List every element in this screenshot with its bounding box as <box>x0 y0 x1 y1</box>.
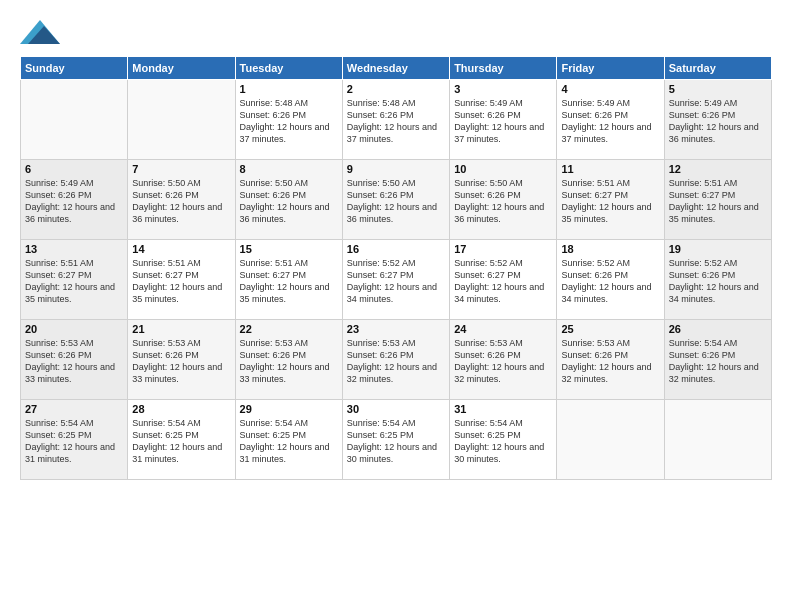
day-info: Sunrise: 5:49 AM Sunset: 6:26 PM Dayligh… <box>669 97 767 146</box>
calendar-cell: 3Sunrise: 5:49 AM Sunset: 6:26 PM Daylig… <box>450 80 557 160</box>
day-number: 25 <box>561 323 659 335</box>
calendar-cell: 27Sunrise: 5:54 AM Sunset: 6:25 PM Dayli… <box>21 400 128 480</box>
calendar-cell: 24Sunrise: 5:53 AM Sunset: 6:26 PM Dayli… <box>450 320 557 400</box>
day-info: Sunrise: 5:49 AM Sunset: 6:26 PM Dayligh… <box>561 97 659 146</box>
day-info: Sunrise: 5:52 AM Sunset: 6:26 PM Dayligh… <box>669 257 767 306</box>
day-number: 16 <box>347 243 445 255</box>
day-number: 14 <box>132 243 230 255</box>
calendar-cell: 25Sunrise: 5:53 AM Sunset: 6:26 PM Dayli… <box>557 320 664 400</box>
calendar-cell: 18Sunrise: 5:52 AM Sunset: 6:26 PM Dayli… <box>557 240 664 320</box>
calendar-cell: 31Sunrise: 5:54 AM Sunset: 6:25 PM Dayli… <box>450 400 557 480</box>
day-info: Sunrise: 5:52 AM Sunset: 6:26 PM Dayligh… <box>561 257 659 306</box>
calendar-cell: 14Sunrise: 5:51 AM Sunset: 6:27 PM Dayli… <box>128 240 235 320</box>
calendar-cell: 29Sunrise: 5:54 AM Sunset: 6:25 PM Dayli… <box>235 400 342 480</box>
calendar-week-row: 1Sunrise: 5:48 AM Sunset: 6:26 PM Daylig… <box>21 80 772 160</box>
calendar-week-row: 20Sunrise: 5:53 AM Sunset: 6:26 PM Dayli… <box>21 320 772 400</box>
calendar-cell: 11Sunrise: 5:51 AM Sunset: 6:27 PM Dayli… <box>557 160 664 240</box>
day-info: Sunrise: 5:49 AM Sunset: 6:26 PM Dayligh… <box>25 177 123 226</box>
day-info: Sunrise: 5:50 AM Sunset: 6:26 PM Dayligh… <box>454 177 552 226</box>
calendar-cell: 26Sunrise: 5:54 AM Sunset: 6:26 PM Dayli… <box>664 320 771 400</box>
calendar-header: SundayMondayTuesdayWednesdayThursdayFrid… <box>21 57 772 80</box>
calendar-cell: 22Sunrise: 5:53 AM Sunset: 6:26 PM Dayli… <box>235 320 342 400</box>
day-info: Sunrise: 5:51 AM Sunset: 6:27 PM Dayligh… <box>669 177 767 226</box>
header <box>20 16 772 46</box>
day-number: 8 <box>240 163 338 175</box>
day-number: 31 <box>454 403 552 415</box>
day-info: Sunrise: 5:54 AM Sunset: 6:26 PM Dayligh… <box>669 337 767 386</box>
logo <box>20 16 60 46</box>
day-info: Sunrise: 5:52 AM Sunset: 6:27 PM Dayligh… <box>454 257 552 306</box>
calendar-week-row: 13Sunrise: 5:51 AM Sunset: 6:27 PM Dayli… <box>21 240 772 320</box>
day-number: 22 <box>240 323 338 335</box>
day-number: 10 <box>454 163 552 175</box>
day-number: 20 <box>25 323 123 335</box>
day-number: 19 <box>669 243 767 255</box>
day-number: 23 <box>347 323 445 335</box>
day-number: 11 <box>561 163 659 175</box>
day-number: 6 <box>25 163 123 175</box>
day-number: 29 <box>240 403 338 415</box>
day-number: 9 <box>347 163 445 175</box>
day-number: 4 <box>561 83 659 95</box>
day-info: Sunrise: 5:51 AM Sunset: 6:27 PM Dayligh… <box>240 257 338 306</box>
calendar-cell: 12Sunrise: 5:51 AM Sunset: 6:27 PM Dayli… <box>664 160 771 240</box>
weekday-header-sunday: Sunday <box>21 57 128 80</box>
day-info: Sunrise: 5:54 AM Sunset: 6:25 PM Dayligh… <box>25 417 123 466</box>
day-info: Sunrise: 5:52 AM Sunset: 6:27 PM Dayligh… <box>347 257 445 306</box>
day-info: Sunrise: 5:48 AM Sunset: 6:26 PM Dayligh… <box>240 97 338 146</box>
weekday-header-thursday: Thursday <box>450 57 557 80</box>
calendar-cell: 1Sunrise: 5:48 AM Sunset: 6:26 PM Daylig… <box>235 80 342 160</box>
calendar-cell: 13Sunrise: 5:51 AM Sunset: 6:27 PM Dayli… <box>21 240 128 320</box>
day-info: Sunrise: 5:51 AM Sunset: 6:27 PM Dayligh… <box>132 257 230 306</box>
calendar-cell <box>128 80 235 160</box>
calendar-cell: 5Sunrise: 5:49 AM Sunset: 6:26 PM Daylig… <box>664 80 771 160</box>
day-number: 28 <box>132 403 230 415</box>
weekday-header-friday: Friday <box>557 57 664 80</box>
calendar-cell: 2Sunrise: 5:48 AM Sunset: 6:26 PM Daylig… <box>342 80 449 160</box>
calendar-body: 1Sunrise: 5:48 AM Sunset: 6:26 PM Daylig… <box>21 80 772 480</box>
day-number: 2 <box>347 83 445 95</box>
calendar-cell: 23Sunrise: 5:53 AM Sunset: 6:26 PM Dayli… <box>342 320 449 400</box>
calendar-cell: 4Sunrise: 5:49 AM Sunset: 6:26 PM Daylig… <box>557 80 664 160</box>
day-number: 15 <box>240 243 338 255</box>
weekday-header-saturday: Saturday <box>664 57 771 80</box>
calendar-cell <box>664 400 771 480</box>
day-info: Sunrise: 5:53 AM Sunset: 6:26 PM Dayligh… <box>240 337 338 386</box>
day-info: Sunrise: 5:53 AM Sunset: 6:26 PM Dayligh… <box>454 337 552 386</box>
day-number: 12 <box>669 163 767 175</box>
calendar-cell: 17Sunrise: 5:52 AM Sunset: 6:27 PM Dayli… <box>450 240 557 320</box>
day-info: Sunrise: 5:54 AM Sunset: 6:25 PM Dayligh… <box>347 417 445 466</box>
day-number: 30 <box>347 403 445 415</box>
day-info: Sunrise: 5:50 AM Sunset: 6:26 PM Dayligh… <box>240 177 338 226</box>
calendar-cell: 21Sunrise: 5:53 AM Sunset: 6:26 PM Dayli… <box>128 320 235 400</box>
day-info: Sunrise: 5:51 AM Sunset: 6:27 PM Dayligh… <box>561 177 659 226</box>
calendar-cell: 9Sunrise: 5:50 AM Sunset: 6:26 PM Daylig… <box>342 160 449 240</box>
calendar-week-row: 27Sunrise: 5:54 AM Sunset: 6:25 PM Dayli… <box>21 400 772 480</box>
calendar-cell: 7Sunrise: 5:50 AM Sunset: 6:26 PM Daylig… <box>128 160 235 240</box>
page: SundayMondayTuesdayWednesdayThursdayFrid… <box>0 0 792 612</box>
calendar-table: SundayMondayTuesdayWednesdayThursdayFrid… <box>20 56 772 480</box>
day-number: 7 <box>132 163 230 175</box>
day-info: Sunrise: 5:53 AM Sunset: 6:26 PM Dayligh… <box>25 337 123 386</box>
day-info: Sunrise: 5:51 AM Sunset: 6:27 PM Dayligh… <box>25 257 123 306</box>
calendar-cell: 16Sunrise: 5:52 AM Sunset: 6:27 PM Dayli… <box>342 240 449 320</box>
day-number: 24 <box>454 323 552 335</box>
day-number: 27 <box>25 403 123 415</box>
day-number: 18 <box>561 243 659 255</box>
day-info: Sunrise: 5:54 AM Sunset: 6:25 PM Dayligh… <box>132 417 230 466</box>
day-info: Sunrise: 5:49 AM Sunset: 6:26 PM Dayligh… <box>454 97 552 146</box>
day-number: 21 <box>132 323 230 335</box>
calendar-cell <box>557 400 664 480</box>
day-info: Sunrise: 5:50 AM Sunset: 6:26 PM Dayligh… <box>132 177 230 226</box>
weekday-header-wednesday: Wednesday <box>342 57 449 80</box>
day-info: Sunrise: 5:53 AM Sunset: 6:26 PM Dayligh… <box>561 337 659 386</box>
day-info: Sunrise: 5:54 AM Sunset: 6:25 PM Dayligh… <box>240 417 338 466</box>
calendar-cell: 20Sunrise: 5:53 AM Sunset: 6:26 PM Dayli… <box>21 320 128 400</box>
calendar-cell: 19Sunrise: 5:52 AM Sunset: 6:26 PM Dayli… <box>664 240 771 320</box>
day-info: Sunrise: 5:50 AM Sunset: 6:26 PM Dayligh… <box>347 177 445 226</box>
day-number: 1 <box>240 83 338 95</box>
calendar-cell: 10Sunrise: 5:50 AM Sunset: 6:26 PM Dayli… <box>450 160 557 240</box>
logo-icon <box>20 16 56 44</box>
weekday-header-tuesday: Tuesday <box>235 57 342 80</box>
weekday-header-monday: Monday <box>128 57 235 80</box>
